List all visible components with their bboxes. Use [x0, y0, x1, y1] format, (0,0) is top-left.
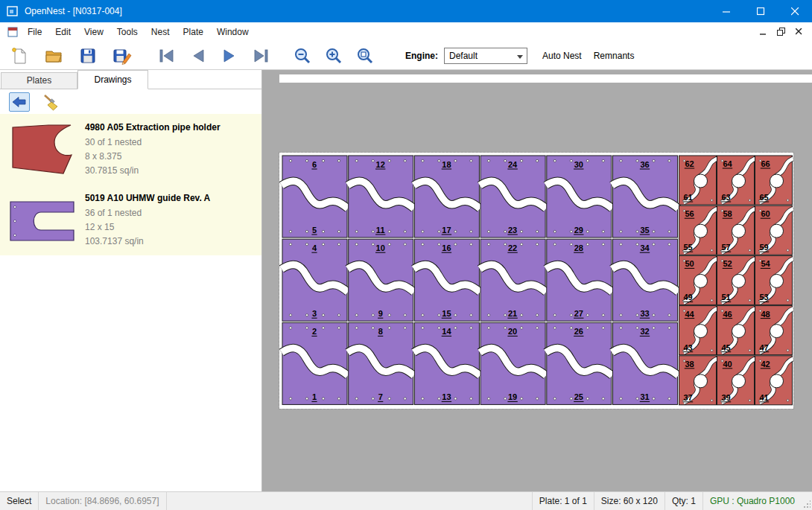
- purple-part-pair[interactable]: 1413: [413, 322, 480, 404]
- part-number: 65: [759, 193, 768, 202]
- save-icon[interactable]: [77, 45, 98, 66]
- drawings-toolbar: [0, 89, 261, 114]
- purple-part-pair[interactable]: 1817: [413, 156, 480, 238]
- plate[interactable]: 6512111817242330293635431091615222128273…: [279, 153, 793, 409]
- zoom-in-icon[interactable]: [323, 45, 344, 66]
- part-number: 24: [508, 160, 518, 169]
- part-number: 28: [574, 243, 583, 252]
- red-part-pair[interactable]: 5251: [717, 255, 755, 305]
- red-part-pair[interactable]: 4847: [755, 306, 793, 355]
- part-number: 2: [312, 327, 317, 336]
- menu-nest[interactable]: Nest: [145, 23, 177, 41]
- purple-part-pair[interactable]: 87: [348, 322, 414, 404]
- part-number: 60: [761, 209, 770, 218]
- resize-grip[interactable]: [802, 492, 812, 510]
- parts-list: 4980 A05 Extraction pipe holder 30 of 1 …: [0, 114, 261, 255]
- menu-tools[interactable]: Tools: [110, 23, 145, 41]
- canvas-top-strip: [279, 74, 812, 83]
- assign-arrow-button[interactable]: [9, 92, 30, 112]
- red-part-pair[interactable]: 3837: [679, 356, 717, 405]
- mdi-close-icon[interactable]: [791, 25, 808, 39]
- purple-part-pair[interactable]: 21: [282, 322, 348, 404]
- part-number: 8: [378, 327, 383, 336]
- part-number: 32: [640, 327, 649, 336]
- purple-part-pair[interactable]: 2423: [480, 156, 546, 238]
- part-list-item[interactable]: 5019 A10 UHMW guide Rev. A 36 of 1 neste…: [0, 185, 261, 255]
- maximize-button[interactable]: [743, 0, 778, 22]
- part-list-item[interactable]: 4980 A05 Extraction pipe holder 30 of 1 …: [0, 114, 261, 185]
- part-number: 22: [508, 243, 517, 252]
- part-number: 5: [312, 226, 317, 235]
- red-part-pair[interactable]: 6059: [755, 205, 793, 255]
- close-button[interactable]: [778, 0, 812, 22]
- new-file-icon[interactable]: [9, 45, 30, 66]
- last-plate-icon[interactable]: [250, 45, 271, 66]
- red-part-pair[interactable]: 4039: [717, 356, 755, 405]
- red-part-pair[interactable]: 4241: [755, 356, 793, 405]
- red-part-pair[interactable]: 4443: [679, 306, 717, 355]
- next-plate-icon[interactable]: [219, 45, 240, 66]
- part-number: 59: [759, 243, 768, 252]
- zoom-out-icon[interactable]: [292, 45, 313, 66]
- red-part-pair[interactable]: 5655: [679, 205, 717, 255]
- tab-drawings[interactable]: Drawings: [77, 70, 148, 89]
- engine-label: Engine:: [405, 51, 438, 61]
- mdi-minimize-icon[interactable]: [755, 25, 772, 39]
- engine-select[interactable]: Default: [444, 48, 527, 64]
- menu-edit[interactable]: Edit: [48, 23, 77, 41]
- red-part-pair[interactable]: 5453: [755, 255, 793, 305]
- menu-file[interactable]: File: [21, 23, 48, 41]
- mdi-restore-icon[interactable]: [773, 25, 790, 39]
- part-number: 10: [376, 243, 385, 252]
- purple-part-pair[interactable]: 1615: [413, 239, 480, 321]
- open-folder-icon[interactable]: [43, 45, 64, 66]
- save-as-icon[interactable]: [112, 45, 133, 66]
- part-number: 56: [685, 209, 694, 218]
- purple-part-pair[interactable]: 2019: [480, 322, 546, 404]
- purple-part-pair[interactable]: 109: [348, 239, 414, 321]
- part-number: 1: [312, 392, 317, 401]
- part-number: 46: [723, 310, 732, 319]
- nested-parts-svg[interactable]: 6512111817242330293635431091615222128273…: [279, 153, 793, 409]
- part-number: 43: [683, 343, 692, 352]
- status-spacer: [167, 492, 532, 510]
- purple-part-pair[interactable]: 3029: [546, 156, 612, 238]
- red-part-pair[interactable]: 6665: [755, 156, 793, 205]
- remnants-button[interactable]: Remnants: [594, 51, 635, 61]
- previous-plate-icon[interactable]: [188, 45, 209, 66]
- purple-part-pair[interactable]: 2827: [546, 239, 612, 321]
- menu-window[interactable]: Window: [210, 23, 256, 41]
- part-number: 64: [723, 159, 732, 168]
- purple-part-pair[interactable]: 2625: [546, 322, 612, 404]
- red-part-pair[interactable]: 4645: [717, 306, 755, 355]
- menu-plate[interactable]: Plate: [177, 23, 210, 41]
- menu-view[interactable]: View: [77, 23, 110, 41]
- nest-canvas[interactable]: 6512111817242330293635431091615222128273…: [262, 70, 812, 491]
- purple-part-pair[interactable]: 2221: [480, 239, 546, 321]
- part-number: 50: [685, 259, 694, 268]
- auto-nest-button[interactable]: Auto Nest: [542, 51, 582, 61]
- part-number: 15: [442, 309, 451, 318]
- purple-part-pair[interactable]: 65: [282, 156, 348, 238]
- tab-plates[interactable]: Plates: [1, 72, 77, 89]
- titlebar: OpenNest - [N0317-004]: [0, 0, 812, 22]
- part-name: 4980 A05 Extraction pipe holder: [85, 122, 221, 133]
- part-number: 18: [442, 160, 451, 169]
- zoom-fit-icon[interactable]: [355, 45, 375, 66]
- purple-part-pair[interactable]: 3433: [612, 239, 679, 321]
- part-number: 29: [574, 226, 583, 235]
- broom-icon[interactable]: [40, 92, 61, 112]
- part-number: 6: [312, 160, 317, 169]
- purple-part-pair[interactable]: 1211: [348, 156, 414, 238]
- red-part-pair[interactable]: 5857: [717, 205, 755, 255]
- minimize-button[interactable]: [709, 0, 743, 22]
- first-plate-icon[interactable]: [156, 45, 177, 66]
- red-part-pair[interactable]: 5049: [679, 255, 717, 305]
- red-part-pair[interactable]: 6463: [717, 156, 755, 205]
- part-number: 54: [761, 259, 770, 268]
- red-part-pair[interactable]: 6261: [679, 156, 717, 205]
- purple-part-pair[interactable]: 43: [282, 239, 348, 321]
- purple-part-pair[interactable]: 3231: [612, 322, 679, 404]
- purple-part-pair[interactable]: 3635: [612, 156, 679, 238]
- statusbar: Select Location: [84.8696, 60.6957] Plat…: [0, 491, 812, 510]
